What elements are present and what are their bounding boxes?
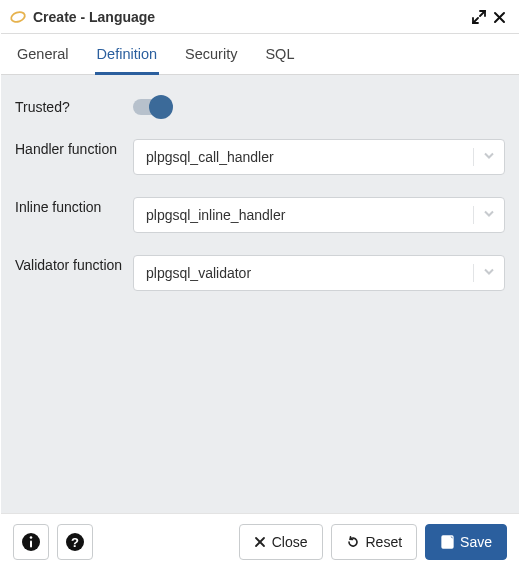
toggle-knob: [149, 95, 173, 119]
reset-button[interactable]: Reset: [331, 524, 418, 560]
select-separator: [473, 206, 474, 224]
inline-function-select[interactable]: plpgsql_inline_handler: [133, 197, 505, 233]
select-separator: [473, 264, 474, 282]
save-button-label: Save: [460, 534, 492, 550]
language-icon: [9, 10, 27, 24]
chevron-down-icon: [482, 148, 496, 165]
label-trusted: Trusted?: [15, 97, 133, 117]
close-button[interactable]: Close: [239, 524, 323, 560]
svg-point-0: [10, 11, 26, 24]
help-icon: ?: [65, 532, 85, 552]
tab-general[interactable]: General: [15, 34, 71, 75]
svg-text:?: ?: [71, 535, 79, 550]
tab-sql[interactable]: SQL: [263, 34, 296, 75]
tab-bar: General Definition Security SQL: [1, 34, 519, 75]
tab-security[interactable]: Security: [183, 34, 239, 75]
svg-point-3: [30, 536, 33, 539]
close-window-button[interactable]: [489, 7, 509, 27]
handler-function-select[interactable]: plpgsql_call_handler: [133, 139, 505, 175]
reset-icon: [346, 535, 360, 549]
svg-rect-2: [30, 541, 32, 548]
form-body: Trusted? Handler function plpgsql_call_h…: [1, 75, 519, 513]
handler-function-value: plpgsql_call_handler: [146, 149, 274, 165]
reset-button-label: Reset: [366, 534, 403, 550]
window-title: Create - Language: [33, 9, 155, 25]
footer: ? Close Reset Save: [1, 513, 519, 570]
label-handler: Handler function: [15, 139, 133, 159]
close-button-label: Close: [272, 534, 308, 550]
help-button[interactable]: ?: [57, 524, 93, 560]
row-validator: Validator function plpgsql_validator: [15, 255, 505, 291]
validator-function-value: plpgsql_validator: [146, 265, 251, 281]
save-icon: [440, 535, 454, 549]
label-inline: Inline function: [15, 197, 133, 217]
validator-function-select[interactable]: plpgsql_validator: [133, 255, 505, 291]
inline-function-value: plpgsql_inline_handler: [146, 207, 285, 223]
chevron-down-icon: [482, 206, 496, 223]
trusted-toggle[interactable]: [133, 99, 167, 115]
tab-definition[interactable]: Definition: [95, 34, 159, 75]
row-handler: Handler function plpgsql_call_handler: [15, 139, 505, 175]
row-trusted: Trusted?: [15, 97, 505, 117]
row-inline: Inline function plpgsql_inline_handler: [15, 197, 505, 233]
label-validator: Validator function: [15, 255, 133, 275]
select-separator: [473, 148, 474, 166]
save-button[interactable]: Save: [425, 524, 507, 560]
info-icon: [21, 532, 41, 552]
expand-button[interactable]: [469, 7, 489, 27]
titlebar: Create - Language: [1, 1, 519, 34]
info-button[interactable]: [13, 524, 49, 560]
close-icon: [254, 536, 266, 548]
chevron-down-icon: [482, 264, 496, 281]
